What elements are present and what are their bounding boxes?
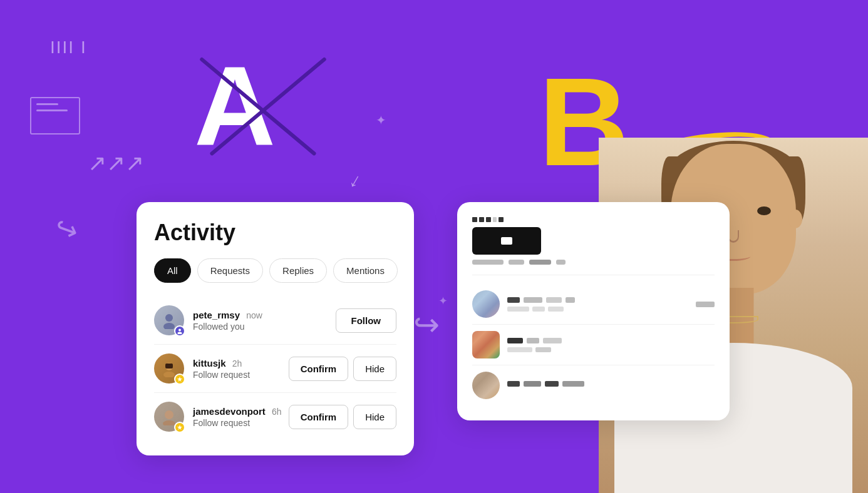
confirm-button[interactable]: Confirm bbox=[289, 357, 349, 381]
action-buttons: Confirm Hide bbox=[289, 405, 396, 429]
svg-point-8 bbox=[165, 410, 173, 419]
avatar-badge-gold-2 bbox=[174, 422, 185, 433]
activity-description: Follow request bbox=[193, 418, 282, 428]
tab-bar: All Requests Replies Mentions bbox=[154, 258, 396, 283]
activity-time: now bbox=[246, 310, 262, 320]
follow-button[interactable]: Follow bbox=[336, 308, 397, 333]
svg-point-2 bbox=[178, 329, 181, 332]
blurred-list-item bbox=[472, 325, 715, 365]
avatar-wrap bbox=[154, 305, 184, 335]
blur-text-row bbox=[507, 381, 715, 387]
activity-time: 2h bbox=[232, 358, 242, 368]
tab-replies[interactable]: Replies bbox=[269, 258, 327, 283]
tab-mentions[interactable]: Mentions bbox=[333, 258, 398, 283]
tab-all[interactable]: All bbox=[154, 258, 191, 283]
header-text-row bbox=[472, 260, 715, 265]
blurred-list-item bbox=[472, 284, 715, 325]
blurred-list-item bbox=[472, 365, 715, 405]
svg-point-9 bbox=[163, 420, 175, 425]
star-icon bbox=[177, 376, 183, 382]
activity-description: Follow request bbox=[193, 370, 282, 380]
svg-marker-10 bbox=[177, 425, 182, 430]
pixel-avatar-3 bbox=[472, 372, 500, 399]
confirm-button-2[interactable]: Confirm bbox=[289, 405, 349, 429]
activity-username: jamesdevonport 6h bbox=[193, 406, 282, 417]
blur-bar bbox=[472, 260, 504, 265]
white-block bbox=[501, 237, 512, 245]
activity-info: jamesdevonport 6h Follow request bbox=[193, 406, 282, 428]
blur-bar bbox=[529, 260, 551, 265]
activity-info: kittusjk 2h Follow request bbox=[193, 358, 282, 380]
pixel-avatar bbox=[472, 290, 500, 318]
person-icon bbox=[177, 328, 183, 334]
activity-username: pete_rmsy now bbox=[193, 310, 329, 320]
activity-username: kittusjk 2h bbox=[193, 358, 282, 368]
action-buttons: Confirm Hide bbox=[289, 357, 396, 381]
svg-point-1 bbox=[163, 323, 175, 329]
blurred-text-content bbox=[507, 338, 715, 352]
avatar-badge-person bbox=[174, 325, 185, 337]
blur-bar bbox=[556, 260, 566, 265]
blur-text-row-2 bbox=[507, 307, 691, 312]
avatar-badge-gold bbox=[174, 374, 185, 385]
activity-item: kittusjk 2h Follow request Confirm Hide bbox=[154, 345, 396, 393]
activity-description: Followed you bbox=[193, 322, 329, 332]
svg-point-3 bbox=[178, 332, 182, 335]
blur-text-row-2 bbox=[507, 347, 715, 352]
activity-list: pete_rmsy now Followed you Follow bbox=[154, 297, 396, 440]
activity-card: Activity All Requests Replies Mentions bbox=[137, 202, 414, 455]
star-icon-2 bbox=[177, 424, 183, 430]
pixel-avatar-2 bbox=[472, 331, 500, 358]
blur-text-row bbox=[507, 338, 715, 343]
blurred-header-row bbox=[472, 217, 715, 265]
black-bar bbox=[472, 227, 541, 255]
activity-item: jamesdevonport 6h Follow request Confirm… bbox=[154, 393, 396, 440]
activity-item: pete_rmsy now Followed you Follow bbox=[154, 297, 396, 345]
svg-point-0 bbox=[165, 314, 173, 322]
person-eye-right bbox=[757, 206, 771, 215]
avatar-wrap bbox=[154, 353, 184, 384]
tab-requests[interactable]: Requests bbox=[197, 258, 263, 283]
activity-title: Activity bbox=[154, 220, 396, 246]
svg-point-6 bbox=[163, 372, 175, 377]
blur-right bbox=[696, 302, 715, 307]
svg-rect-5 bbox=[165, 363, 173, 368]
activity-time: 6h bbox=[272, 407, 282, 417]
action-buttons: Follow bbox=[336, 308, 397, 333]
blurred-text-content bbox=[507, 297, 691, 312]
divider bbox=[472, 275, 715, 275]
avatar-wrap bbox=[154, 402, 184, 432]
pixel-dots-top bbox=[472, 217, 547, 222]
blur-bar bbox=[509, 260, 524, 265]
blurred-text-content bbox=[507, 381, 715, 390]
svg-marker-7 bbox=[177, 377, 182, 382]
activity-info: pete_rmsy now Followed you bbox=[193, 310, 329, 332]
hide-button[interactable]: Hide bbox=[353, 357, 396, 381]
right-card bbox=[457, 202, 730, 420]
hide-button-2[interactable]: Hide bbox=[353, 405, 396, 429]
blur-text-row bbox=[507, 297, 691, 303]
person-ear-right bbox=[788, 210, 802, 228]
